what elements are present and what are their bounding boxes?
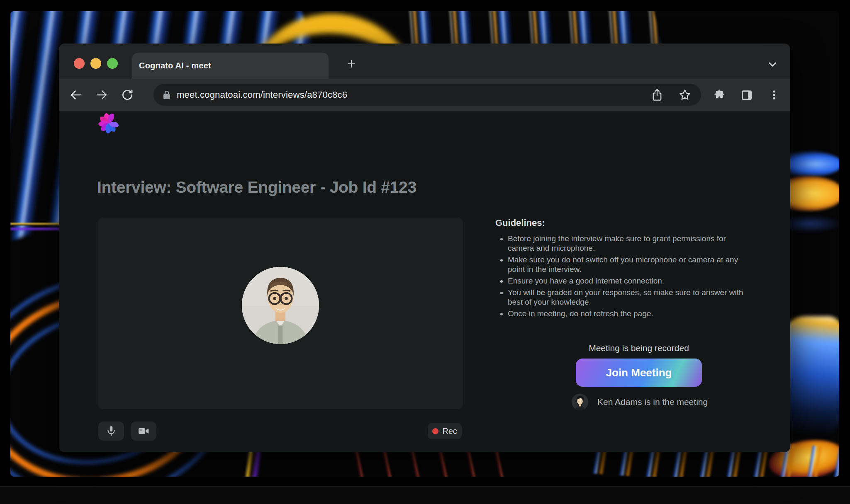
camera-icon: [138, 426, 149, 436]
guideline-item: You will be graded on your responses, so…: [508, 288, 753, 307]
browser-window: Cognato AI - meet: [59, 44, 790, 452]
tab-cognato-ai-meet[interactable]: Cognato AI - meet: [132, 53, 329, 79]
bookmark-star-icon[interactable]: [679, 89, 691, 101]
bezel-foot: [0, 487, 850, 504]
side-panel-button[interactable]: [740, 89, 753, 101]
join-meeting-button[interactable]: Join Meeting: [576, 359, 702, 387]
participant-avatar: [572, 394, 588, 410]
new-tab-button[interactable]: [343, 56, 359, 72]
guideline-item: Once in meeting, do not refresh the page…: [508, 309, 753, 318]
recording-dot-icon: [432, 428, 438, 434]
candidate-avatar: [242, 267, 319, 344]
microphone-icon: [106, 425, 117, 437]
back-button[interactable]: [69, 88, 83, 102]
forward-arrow-icon: [95, 88, 108, 102]
zoom-window-button[interactable]: [107, 58, 118, 69]
recording-label: Rec: [442, 426, 457, 436]
desktop: Cognato AI - meet: [0, 0, 850, 504]
extensions-button[interactable]: [713, 89, 726, 101]
back-arrow-icon: [69, 88, 83, 102]
wallpaper-swirl: [10, 220, 61, 232]
guideline-item: Make sure you do not switch off you micr…: [508, 255, 753, 274]
chevron-down-icon: [767, 59, 778, 70]
lock-icon: [163, 90, 171, 100]
traffic-lights: [74, 58, 118, 69]
plus-icon: [346, 58, 357, 69]
browser-toolbar: meet.cognatoai.com/interviews/a870c8c6: [59, 79, 790, 111]
tab-title: Cognato AI - meet: [139, 61, 211, 70]
microphone-toggle-button[interactable]: [98, 422, 124, 441]
page-title: Interview: Software Engineer - Job Id #1…: [97, 178, 416, 196]
minimize-window-button[interactable]: [90, 58, 101, 69]
share-icon[interactable]: [651, 89, 663, 101]
guidelines-heading: Guidelines:: [495, 218, 753, 228]
browser-menu-button[interactable]: [768, 89, 780, 101]
forward-button[interactable]: [95, 88, 109, 102]
recording-badge: Rec: [428, 423, 462, 439]
participant-status-text: Ken Adams is in the meeting: [597, 397, 708, 407]
tab-search-button[interactable]: [763, 58, 782, 71]
reload-icon: [121, 89, 134, 101]
camera-toggle-button[interactable]: [131, 422, 156, 441]
url-text: meet.cognatoai.com/interviews/a870c8c6: [177, 90, 347, 100]
participant-status-row: Ken Adams is in the meeting: [572, 394, 708, 410]
guidelines-list: Before joining the interview make sure t…: [495, 234, 753, 318]
guideline-item: Ensure you have a good internet connecti…: [508, 276, 753, 286]
reload-button[interactable]: [120, 88, 134, 102]
cognato-logo-icon: [97, 111, 121, 135]
guidelines-section: Guidelines: Before joining the interview…: [495, 218, 753, 320]
guideline-item: Before joining the interview make sure t…: [508, 234, 753, 253]
video-preview-panel: [97, 218, 463, 409]
close-window-button[interactable]: [74, 58, 85, 69]
puzzle-icon: [714, 89, 725, 101]
tab-strip: Cognato AI - meet: [59, 44, 790, 79]
side-panel-icon: [741, 89, 753, 101]
address-bar[interactable]: meet.cognatoai.com/interviews/a870c8c6: [153, 84, 701, 106]
recording-note: Meeting is being recorded: [576, 343, 702, 353]
kebab-menu-icon: [768, 89, 780, 101]
